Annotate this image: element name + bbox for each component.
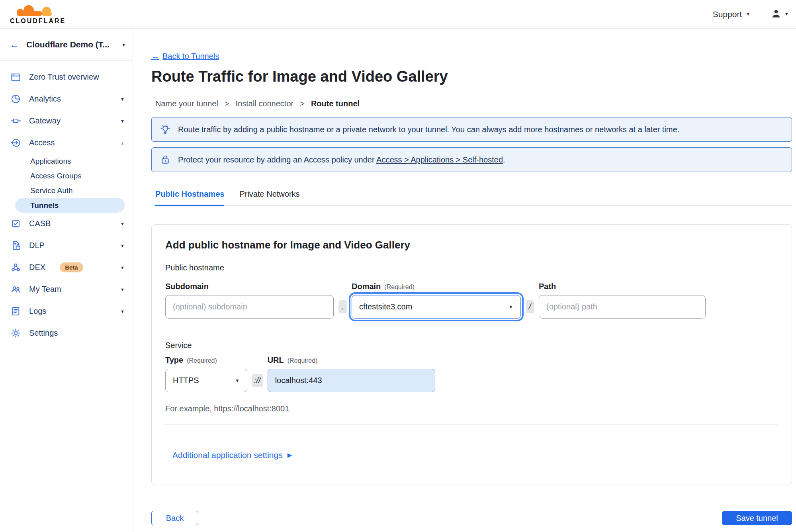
additional-settings-label: Additional application settings: [172, 450, 283, 460]
type-label: Type(Required): [165, 356, 247, 365]
chevron-down-icon: ▼: [120, 243, 125, 248]
path-label: Path: [539, 282, 706, 291]
chevron-up-icon: ▲: [120, 141, 125, 145]
sidebar-item-dlp[interactable]: DLP ▼: [0, 235, 133, 256]
additional-settings-toggle[interactable]: Additional application settings ▶: [172, 450, 292, 460]
back-arrow-icon: ←: [151, 52, 159, 61]
chevron-down-icon: ▼: [235, 378, 240, 383]
tab-private-networks[interactable]: Private Networks: [239, 190, 299, 205]
chevron-down-icon: ▼: [120, 119, 125, 123]
required-hint: (Required): [384, 284, 415, 291]
sidebar-expand-icon[interactable]: ▸: [123, 41, 125, 47]
required-hint: (Required): [287, 357, 318, 364]
sidebar-item-service-auth[interactable]: Service Auth: [0, 183, 133, 198]
gear-icon: [10, 328, 21, 338]
chevron-down-icon: ▼: [746, 12, 750, 16]
hostname-field-row: Subdomain . Domain(Required) cftestsite3…: [165, 282, 778, 319]
tab-bar: Public Hostnames Private Networks: [151, 190, 792, 206]
page-title: Route Traffic for Image and Video Galler…: [151, 67, 792, 86]
sidebar-item-label: Applications: [30, 157, 71, 166]
sidebar-item-label: My Team: [29, 285, 61, 294]
tip-banner: Route traffic by adding a public hostnam…: [151, 117, 792, 142]
tab-public-hostnames[interactable]: Public Hostnames: [155, 190, 224, 206]
cloudflare-cloud-icon: CLOUDFLARE: [7, 4, 66, 24]
slash-separator: /: [526, 300, 534, 313]
sidebar-item-label: Analytics: [29, 94, 61, 104]
sidebar-item-applications[interactable]: Applications: [0, 154, 133, 168]
chevron-down-icon: ▼: [120, 287, 125, 292]
step-name-your-tunnel[interactable]: Name your tunnel: [155, 99, 218, 108]
hostname-section-label: Public hostname: [165, 263, 778, 272]
sidebar-item-settings[interactable]: Settings: [0, 322, 133, 344]
access-policy-prefix: Protect your resource by adding an Acces…: [178, 155, 375, 164]
service-field-row: Type(Required) HTTPS ▼ :// URL(Required): [165, 356, 778, 392]
back-to-tunnels-link[interactable]: ← Back to Tunnels: [151, 52, 219, 61]
access-policy-link[interactable]: Access > Applications > Self-hosted: [376, 155, 503, 164]
cloudflare-logo[interactable]: CLOUDFLARE: [7, 4, 66, 24]
service-url-input[interactable]: [268, 369, 435, 392]
sidebar-item-label: Settings: [29, 329, 58, 338]
sidebar-item-dex[interactable]: DEX Beta ▼: [0, 256, 133, 278]
wizard-steps: Name your tunnel > Install connector > R…: [151, 99, 792, 108]
back-arrow-icon[interactable]: ←: [10, 39, 19, 50]
sidebar-item-access[interactable]: Access ▲: [0, 132, 133, 154]
sidebar-item-analytics[interactable]: Analytics ▼: [0, 88, 133, 110]
dlp-icon: [10, 240, 21, 251]
sidebar-item-label: Gateway: [29, 116, 61, 125]
back-link-label: Back to Tunnels: [162, 52, 219, 61]
domain-label: Domain(Required): [352, 282, 521, 291]
beta-badge: Beta: [60, 262, 83, 272]
service-section-label: Service: [165, 341, 778, 350]
step-separator: >: [300, 99, 305, 108]
sidebar-item-label: Access: [29, 138, 55, 147]
sidebar-item-label: Zero Trust overview: [29, 72, 99, 82]
chevron-down-icon: ▼: [120, 97, 125, 102]
sidebar-item-access-groups[interactable]: Access Groups: [0, 168, 133, 183]
public-hostname-card: Add public hostname for Image and Video …: [151, 224, 792, 485]
domain-select[interactable]: cftestsite3.com ▼: [352, 295, 521, 319]
account-menu[interactable]: ▼: [771, 8, 789, 20]
sidebar-item-logs[interactable]: Logs ▼: [0, 300, 133, 322]
step-separator: >: [225, 99, 229, 108]
path-input[interactable]: [539, 295, 706, 319]
sidebar-header: ← Cloudflare Demo (T... ▸: [0, 29, 133, 61]
step-install-connector[interactable]: Install connector: [236, 99, 294, 108]
lock-icon: [160, 154, 171, 165]
sidebar: ← Cloudflare Demo (T... ▸ Zero Trust ove…: [0, 29, 133, 532]
user-icon: [771, 8, 781, 20]
main-content: ← Back to Tunnels Route Traffic for Imag…: [133, 29, 796, 532]
scheme-separator: ://: [252, 374, 263, 387]
analytics-icon: [10, 94, 21, 104]
sidebar-item-tunnels[interactable]: Tunnels: [15, 198, 125, 213]
back-button[interactable]: Back: [151, 511, 198, 525]
card-divider: [165, 424, 778, 425]
dot-separator: .: [338, 300, 347, 313]
sidebar-item-zero-trust-overview[interactable]: Zero Trust overview: [0, 66, 133, 88]
sidebar-item-label: Access Groups: [30, 172, 82, 180]
sidebar-item-label: CASB: [29, 219, 51, 228]
sidebar-item-casb[interactable]: CASB ▼: [0, 213, 133, 235]
sidebar-nav: Zero Trust overview Analytics ▼ Gateway …: [0, 61, 133, 344]
sidebar-item-label: DLP: [29, 241, 45, 250]
service-type-select[interactable]: HTTPS ▼: [165, 369, 247, 392]
type-selected-value: HTTPS: [173, 376, 199, 385]
dex-icon: [10, 262, 21, 273]
support-label: Support: [713, 10, 742, 19]
chevron-down-icon: ▼: [784, 12, 789, 16]
save-tunnel-button[interactable]: Save tunnel: [722, 511, 792, 525]
wizard-actions: Back Save tunnel: [151, 511, 792, 525]
top-header: CLOUDFLARE Support ▼ ▼: [0, 0, 796, 29]
subdomain-input[interactable]: [165, 295, 334, 319]
support-menu[interactable]: Support ▼: [713, 10, 750, 19]
sidebar-item-label: Logs: [29, 307, 46, 316]
sidebar-item-gateway[interactable]: Gateway ▼: [0, 110, 133, 132]
sidebar-item-my-team[interactable]: My Team ▼: [0, 278, 133, 300]
chevron-down-icon: ▼: [120, 265, 125, 270]
access-policy-text: Protect your resource by adding an Acces…: [178, 155, 505, 164]
account-name: Cloudflare Demo (T...: [26, 40, 115, 49]
logs-icon: [10, 306, 21, 317]
access-icon: [10, 137, 21, 148]
url-label: URL(Required): [268, 356, 435, 365]
caret-right-icon: ▶: [287, 452, 292, 459]
gateway-icon: [10, 115, 21, 126]
